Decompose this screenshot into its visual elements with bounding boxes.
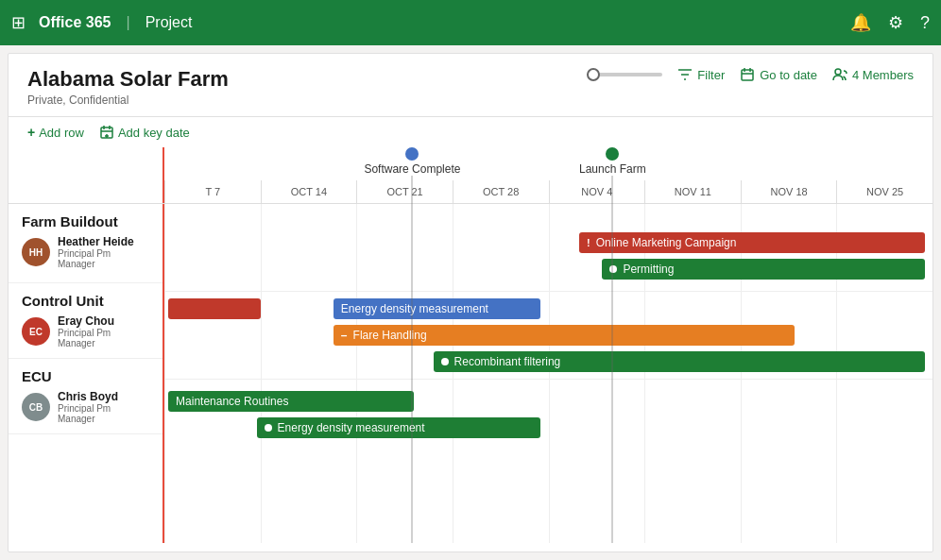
project-info: Alabama Solar Farm Private, Confidential: [27, 67, 229, 107]
person-row-chris: CB Chris Boyd Principal Pm Manager: [9, 388, 163, 430]
nav-right-controls: 🔔 ⚙ ?: [850, 12, 930, 33]
add-row-button[interactable]: + Add row: [27, 125, 84, 140]
bell-icon[interactable]: 🔔: [850, 12, 871, 33]
person-row-eray: EC Eray Chou Principal Pm Manager: [9, 313, 163, 354]
project-subtitle: Private, Confidential: [27, 93, 229, 107]
gantt-grid: [164, 204, 932, 543]
avatar-heather: HH: [22, 238, 50, 266]
date-cell-nov11: NOV 11: [644, 180, 741, 203]
task-icon-dash: –: [341, 329, 348, 342]
left-spacer: [9, 147, 164, 203]
person-info-eray: Eray Chou Principal Pm Manager: [58, 314, 149, 348]
date-cell-nov25: NOV 25: [836, 180, 932, 203]
date-cell-t7: T 7: [164, 180, 261, 203]
grid-col-2: [261, 204, 357, 543]
avatar-chris: CB: [22, 393, 50, 421]
timeline-dates: Software Complete Launch Farm T 7 OCT 14…: [164, 147, 932, 203]
milestone-label-software: Software Complete: [364, 162, 460, 176]
slider-thumb[interactable]: [587, 68, 600, 81]
project-header: Alabama Solar Farm Private, Confidential…: [9, 54, 932, 117]
group-ecu: ECU CB Chris Boyd Principal Pm Manager: [9, 359, 163, 434]
milestone-label-launch: Launch Farm: [579, 162, 646, 176]
top-navigation: ⊞ Office 365 | Project 🔔 ⚙ ?: [0, 0, 941, 45]
plus-icon: +: [27, 125, 35, 140]
grid-col-4: [453, 204, 549, 543]
milestone-software-complete: Software Complete: [364, 147, 460, 543]
person-role-chris: Principal Pm Manager: [58, 403, 149, 424]
toolbar: + Add row Add key date: [9, 117, 932, 147]
nav-project-label: Project: [145, 14, 193, 31]
person-row-heather: HH Heather Heide Principal Pm Manager: [9, 233, 163, 275]
filter-button[interactable]: Filter: [677, 67, 725, 82]
person-info-chris: Chris Boyd Principal Pm Manager: [58, 390, 149, 424]
grid-col-8: [836, 204, 932, 543]
go-to-date-button[interactable]: Go to date: [740, 67, 817, 82]
header-controls: Filter Go to date 4 Members: [587, 67, 914, 82]
date-cell-oct14: OCT 14: [261, 180, 357, 203]
group-name-control-unit: Control Unit: [9, 283, 163, 313]
grid-col-7: [741, 204, 837, 543]
right-gantt: ! Online Marketing Campaign Permitting E…: [164, 204, 932, 543]
grid-col-1: [164, 204, 261, 543]
svg-rect-0: [742, 70, 753, 80]
gantt-container: Software Complete Launch Farm T 7 OCT 14…: [9, 147, 932, 543]
group-name-ecu: ECU: [9, 359, 163, 388]
date-cell-nov18: NOV 18: [741, 180, 837, 203]
grid-col-6: [644, 204, 741, 543]
task-dot-ecu-energy: [265, 424, 272, 432]
milestone-dot-green: [606, 147, 619, 161]
app-name: Office 365: [39, 14, 111, 31]
left-rows-panel: Farm Buildout HH Heather Heide Principal…: [9, 204, 164, 543]
sep-2: [164, 379, 932, 380]
slider-track[interactable]: [587, 73, 662, 76]
task-label-maintenance: Maintenance Routines: [176, 395, 288, 408]
group-control-unit: Control Unit EC Eray Chou Principal Pm M…: [9, 283, 163, 359]
zoom-slider: [587, 73, 662, 76]
person-role-heather: Principal Pm Manager: [58, 248, 149, 269]
task-label-recombinant: Recombinant filtering: [454, 355, 561, 368]
date-row: T 7 OCT 14 OCT 21 OCT 28 NOV 4 NOV 11 NO…: [164, 180, 932, 203]
gear-icon[interactable]: ⚙: [888, 12, 903, 33]
milestone-line-software: [411, 176, 413, 543]
svg-point-1: [835, 69, 841, 75]
project-title: Alabama Solar Farm: [27, 67, 229, 92]
gantt-body: Farm Buildout HH Heather Heide Principal…: [9, 204, 932, 543]
person-name-eray: Eray Chou: [58, 314, 149, 328]
nav-divider: |: [126, 14, 129, 31]
help-icon[interactable]: ?: [920, 13, 930, 33]
person-name-chris: Chris Boyd: [58, 390, 149, 403]
person-name-heather: Heather Heide: [58, 235, 149, 248]
grid-icon[interactable]: ⊞: [11, 12, 26, 33]
task-cu-red-block[interactable]: [168, 298, 261, 319]
group-name-farm-buildout: Farm Buildout: [9, 204, 163, 233]
members-button[interactable]: 4 Members: [832, 67, 914, 82]
group-farm-buildout: Farm Buildout HH Heather Heide Principal…: [9, 204, 163, 283]
milestone-dot-blue: [405, 147, 419, 161]
milestone-launch-farm: Launch Farm: [579, 147, 646, 543]
timeline-header: Software Complete Launch Farm T 7 OCT 14…: [9, 147, 932, 204]
date-cell-oct28: OCT 28: [453, 180, 549, 203]
main-content: Alabama Solar Farm Private, Confidential…: [8, 53, 933, 552]
task-recombinant[interactable]: Recombinant filtering: [434, 351, 925, 372]
add-key-date-button[interactable]: Add key date: [99, 125, 190, 140]
milestone-line-launch: [611, 176, 613, 543]
avatar-eray: EC: [22, 317, 50, 346]
sep-1: [164, 291, 932, 292]
task-permitting[interactable]: Permitting: [602, 259, 924, 280]
person-info-heather: Heather Heide Principal Pm Manager: [58, 235, 149, 269]
person-role-eray: Principal Pm Manager: [58, 328, 149, 348]
gantt-area: Software Complete Launch Farm T 7 OCT 14…: [9, 147, 932, 543]
